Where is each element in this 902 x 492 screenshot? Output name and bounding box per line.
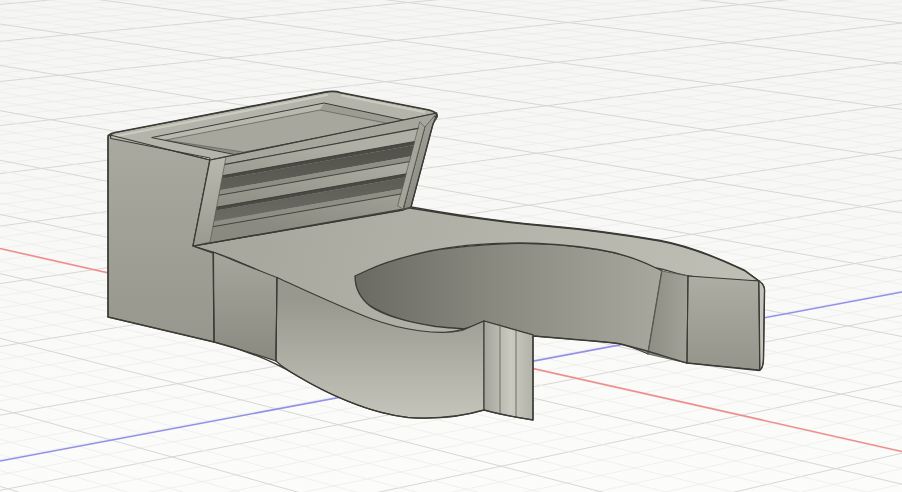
right-prong-end-face[interactable] [687, 276, 760, 370]
viewport-canvas[interactable] [0, 0, 902, 492]
left-prong-tip-face[interactable] [484, 321, 533, 420]
cad-viewport[interactable] [0, 0, 902, 492]
